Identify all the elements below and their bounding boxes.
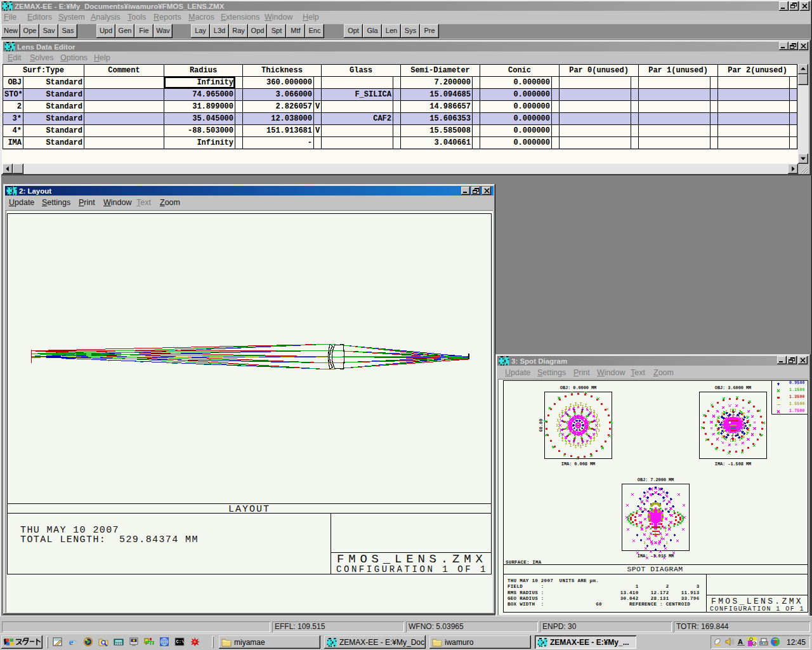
svg-text:C:\: C:\	[176, 639, 185, 644]
svg-text:FTP: FTP	[145, 640, 154, 646]
svg-text:A: A	[738, 638, 743, 646]
